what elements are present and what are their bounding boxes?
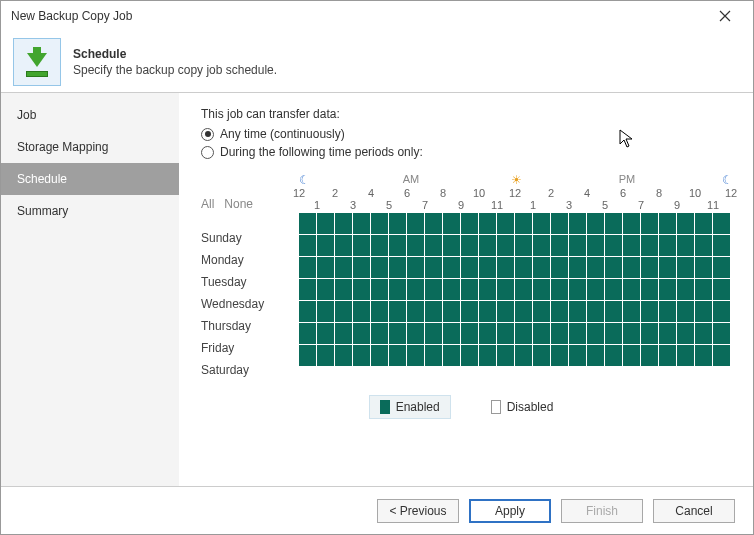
schedule-row[interactable]: [299, 213, 731, 235]
schedule-cell[interactable]: [335, 213, 353, 235]
schedule-cell[interactable]: [443, 301, 461, 323]
schedule-cell[interactable]: [695, 301, 713, 323]
schedule-cell[interactable]: [551, 323, 569, 345]
schedule-cell[interactable]: [407, 301, 425, 323]
schedule-cell[interactable]: [533, 257, 551, 279]
radio-any-time[interactable]: Any time (continuously): [201, 127, 731, 141]
schedule-cell[interactable]: [353, 323, 371, 345]
schedule-cell[interactable]: [641, 235, 659, 257]
schedule-cell[interactable]: [461, 279, 479, 301]
schedule-grid[interactable]: [299, 213, 731, 367]
schedule-cell[interactable]: [335, 345, 353, 367]
schedule-cell[interactable]: [533, 323, 551, 345]
schedule-cell[interactable]: [587, 235, 605, 257]
schedule-cell[interactable]: [461, 345, 479, 367]
schedule-cell[interactable]: [569, 257, 587, 279]
schedule-cell[interactable]: [443, 345, 461, 367]
schedule-cell[interactable]: [551, 257, 569, 279]
schedule-cell[interactable]: [641, 279, 659, 301]
schedule-cell[interactable]: [605, 323, 623, 345]
day-label[interactable]: Friday: [201, 337, 299, 359]
schedule-cell[interactable]: [515, 301, 533, 323]
schedule-cell[interactable]: [569, 301, 587, 323]
schedule-cell[interactable]: [479, 257, 497, 279]
schedule-cell[interactable]: [461, 235, 479, 257]
select-none-link[interactable]: None: [224, 197, 253, 211]
schedule-cell[interactable]: [353, 213, 371, 235]
schedule-row[interactable]: [299, 235, 731, 257]
schedule-cell[interactable]: [605, 235, 623, 257]
schedule-cell[interactable]: [461, 323, 479, 345]
schedule-cell[interactable]: [587, 213, 605, 235]
schedule-cell[interactable]: [479, 301, 497, 323]
schedule-cell[interactable]: [299, 301, 317, 323]
schedule-cell[interactable]: [299, 213, 317, 235]
schedule-cell[interactable]: [533, 301, 551, 323]
schedule-cell[interactable]: [461, 213, 479, 235]
cancel-button[interactable]: Cancel: [653, 499, 735, 523]
schedule-cell[interactable]: [569, 323, 587, 345]
schedule-cell[interactable]: [695, 213, 713, 235]
schedule-cell[interactable]: [443, 323, 461, 345]
schedule-cell[interactable]: [497, 257, 515, 279]
day-label[interactable]: Saturday: [201, 359, 299, 381]
schedule-cell[interactable]: [353, 279, 371, 301]
schedule-cell[interactable]: [371, 323, 389, 345]
schedule-cell[interactable]: [677, 213, 695, 235]
schedule-cell[interactable]: [713, 345, 731, 367]
schedule-cell[interactable]: [533, 213, 551, 235]
schedule-cell[interactable]: [587, 301, 605, 323]
schedule-cell[interactable]: [317, 235, 335, 257]
schedule-cell[interactable]: [623, 235, 641, 257]
schedule-cell[interactable]: [335, 235, 353, 257]
schedule-cell[interactable]: [677, 301, 695, 323]
schedule-cell[interactable]: [443, 213, 461, 235]
schedule-cell[interactable]: [605, 213, 623, 235]
schedule-cell[interactable]: [515, 257, 533, 279]
day-label[interactable]: Tuesday: [201, 271, 299, 293]
schedule-cell[interactable]: [407, 257, 425, 279]
schedule-cell[interactable]: [587, 279, 605, 301]
schedule-cell[interactable]: [533, 235, 551, 257]
schedule-cell[interactable]: [623, 213, 641, 235]
schedule-cell[interactable]: [641, 345, 659, 367]
day-label[interactable]: Thursday: [201, 315, 299, 337]
schedule-cell[interactable]: [551, 279, 569, 301]
schedule-cell[interactable]: [299, 323, 317, 345]
schedule-cell[interactable]: [389, 301, 407, 323]
schedule-cell[interactable]: [713, 323, 731, 345]
apply-button[interactable]: Apply: [469, 499, 551, 523]
schedule-cell[interactable]: [371, 345, 389, 367]
schedule-row[interactable]: [299, 323, 731, 345]
schedule-cell[interactable]: [317, 323, 335, 345]
schedule-row[interactable]: [299, 257, 731, 279]
schedule-cell[interactable]: [371, 257, 389, 279]
sidebar-item-storage-mapping[interactable]: Storage Mapping: [1, 131, 179, 163]
schedule-cell[interactable]: [425, 257, 443, 279]
schedule-cell[interactable]: [479, 213, 497, 235]
schedule-cell[interactable]: [389, 279, 407, 301]
schedule-cell[interactable]: [569, 213, 587, 235]
schedule-cell[interactable]: [533, 345, 551, 367]
schedule-cell[interactable]: [695, 345, 713, 367]
schedule-cell[interactable]: [623, 279, 641, 301]
schedule-cell[interactable]: [407, 279, 425, 301]
schedule-cell[interactable]: [695, 257, 713, 279]
schedule-cell[interactable]: [425, 279, 443, 301]
schedule-cell[interactable]: [389, 323, 407, 345]
schedule-cell[interactable]: [623, 323, 641, 345]
schedule-cell[interactable]: [497, 235, 515, 257]
schedule-cell[interactable]: [299, 257, 317, 279]
schedule-cell[interactable]: [623, 345, 641, 367]
schedule-cell[interactable]: [425, 213, 443, 235]
schedule-cell[interactable]: [353, 257, 371, 279]
close-button[interactable]: [705, 1, 745, 31]
schedule-cell[interactable]: [641, 323, 659, 345]
schedule-cell[interactable]: [569, 279, 587, 301]
schedule-cell[interactable]: [497, 323, 515, 345]
schedule-cell[interactable]: [371, 301, 389, 323]
schedule-cell[interactable]: [713, 279, 731, 301]
schedule-cell[interactable]: [317, 279, 335, 301]
schedule-cell[interactable]: [317, 213, 335, 235]
schedule-cell[interactable]: [677, 323, 695, 345]
